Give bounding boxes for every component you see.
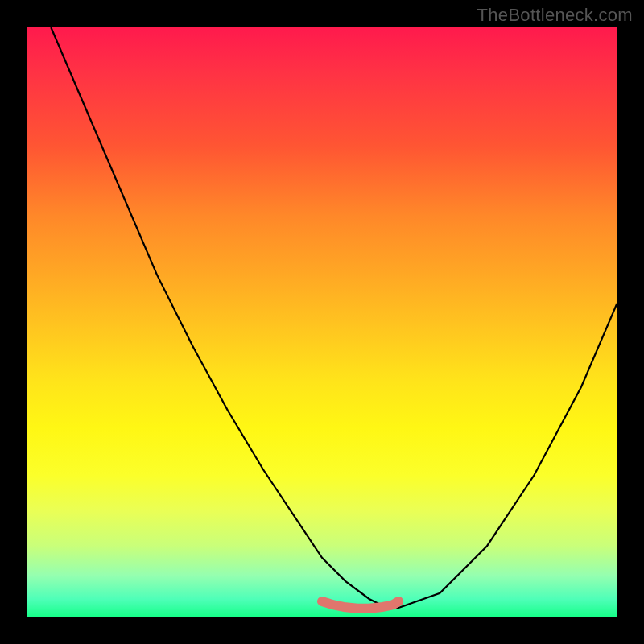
min-band-path (322, 601, 398, 609)
chart-stage: TheBottleneck.com (0, 0, 644, 644)
curve-path (51, 27, 617, 608)
plot-area (27, 27, 617, 617)
chart-svg (27, 27, 617, 617)
watermark-text: TheBottleneck.com (477, 5, 633, 26)
